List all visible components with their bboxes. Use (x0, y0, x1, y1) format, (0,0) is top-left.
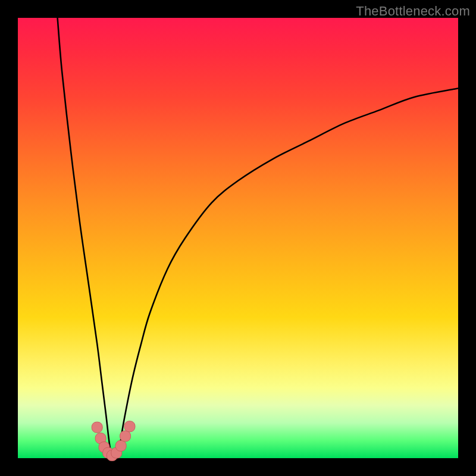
curve-markers (92, 421, 135, 461)
bottleneck-curve (58, 18, 458, 458)
curve-marker (115, 440, 126, 451)
plot-area (18, 18, 458, 458)
chart-svg (18, 18, 458, 458)
curve-marker (92, 422, 102, 433)
curve-marker (124, 421, 135, 432)
curve-marker (120, 431, 131, 441)
watermark-text: TheBottleneck.com (356, 4, 470, 19)
outer-frame: TheBottleneck.com (0, 0, 476, 476)
